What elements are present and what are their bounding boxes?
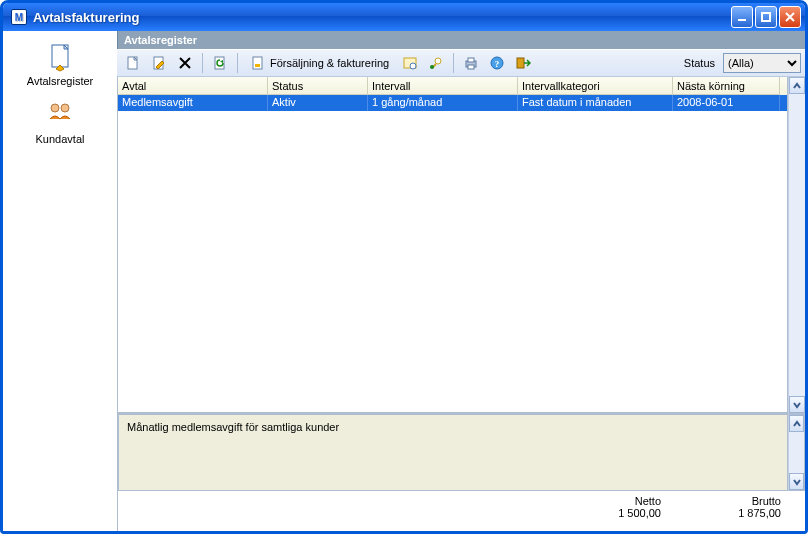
cell-intervallkategori: Fast datum i månaden	[518, 95, 673, 111]
toolbar-separator	[237, 53, 238, 73]
toolbar-separator	[202, 53, 203, 73]
delete-icon	[177, 55, 193, 71]
sidebar-item-kundavtal[interactable]: Kundavtal	[32, 95, 89, 149]
maximize-button[interactable]	[755, 6, 777, 28]
scroll-up-button[interactable]	[789, 415, 804, 432]
svg-point-14	[435, 58, 441, 64]
netto-column: Netto 1 500,00	[541, 495, 661, 527]
netto-label: Netto	[541, 495, 661, 507]
column-intervall[interactable]: Intervall	[368, 77, 518, 95]
help-icon: ?	[489, 55, 505, 71]
brutto-value: 1 875,00	[661, 507, 781, 519]
window-title: Avtalsfakturering	[31, 10, 731, 25]
cell-status: Aktiv	[268, 95, 368, 111]
brutto-label: Brutto	[661, 495, 781, 507]
delete-button[interactable]	[173, 52, 197, 74]
svg-point-4	[61, 104, 69, 112]
description-scrollbar[interactable]	[788, 413, 805, 491]
sales-invoicing-button[interactable]: Försäljning & fakturering	[243, 52, 396, 74]
print-button[interactable]	[459, 52, 483, 74]
scroll-down-button[interactable]	[789, 396, 805, 413]
find-button[interactable]	[424, 52, 448, 74]
edit-icon	[151, 55, 167, 71]
document-icon	[250, 55, 266, 71]
description-box: Månatlig medlemsavgift för samtliga kund…	[118, 413, 788, 491]
table-scrollbar[interactable]	[788, 77, 805, 413]
sidebar: Avtalsregister Kundavtal	[3, 31, 117, 531]
scroll-up-button[interactable]	[789, 77, 805, 94]
description-area: Månatlig medlemsavgift för samtliga kund…	[117, 413, 805, 491]
client-area: Avtalsregister Kundavtal Avtalsregister	[3, 31, 805, 531]
cell-avtal: Medlemsavgift	[118, 95, 268, 111]
exit-icon	[515, 55, 531, 71]
svg-rect-11	[255, 64, 260, 67]
table-body: Medlemsavgift Aktiv 1 gång/månad Fast da…	[118, 95, 787, 412]
status-label: Status	[684, 57, 715, 69]
main-panel: Avtalsregister Försäl	[117, 31, 805, 531]
toolbar-separator	[453, 53, 454, 73]
new-icon	[125, 55, 141, 71]
edit-button[interactable]	[147, 52, 171, 74]
table-header: Avtal Status Intervall Intervallkategori…	[118, 77, 787, 95]
titlebar: M Avtalsfakturering	[3, 3, 805, 31]
scroll-down-button[interactable]	[789, 473, 804, 490]
table-area: Avtal Status Intervall Intervallkategori…	[117, 77, 805, 413]
print-icon	[463, 55, 479, 71]
sidebar-item-label: Kundavtal	[36, 133, 85, 145]
refresh-button[interactable]	[208, 52, 232, 74]
svg-rect-21	[517, 58, 524, 68]
panel-title: Avtalsregister	[117, 31, 805, 49]
sales-invoicing-label: Försäljning & fakturering	[270, 57, 389, 69]
avtalsregister-icon	[44, 41, 76, 73]
svg-rect-10	[253, 57, 262, 69]
app-icon: M	[11, 9, 27, 25]
window-controls	[731, 6, 801, 28]
sidebar-item-label: Avtalsregister	[27, 75, 93, 87]
minimize-button[interactable]	[731, 6, 753, 28]
table-row[interactable]: Medlemsavgift Aktiv 1 gång/månad Fast da…	[118, 95, 787, 111]
netto-value: 1 500,00	[541, 507, 661, 519]
cell-nasta-korning: 2008-06-01	[673, 95, 780, 111]
column-status[interactable]: Status	[268, 77, 368, 95]
kundavtal-icon	[44, 99, 76, 131]
window: M Avtalsfakturering	[0, 0, 808, 534]
agreements-table: Avtal Status Intervall Intervallkategori…	[118, 77, 788, 413]
new-button[interactable]	[121, 52, 145, 74]
svg-text:?: ?	[495, 59, 500, 69]
status-select[interactable]: (Alla)	[723, 53, 801, 73]
totals-footer: Netto 1 500,00 Brutto 1 875,00	[117, 491, 805, 531]
brutto-column: Brutto 1 875,00	[661, 495, 781, 527]
svg-rect-0	[762, 13, 770, 21]
cell-intervall: 1 gång/månad	[368, 95, 518, 111]
refresh-icon	[212, 55, 228, 71]
exit-button[interactable]	[511, 52, 535, 74]
svg-rect-18	[468, 65, 474, 69]
toolbar: Försäljning & fakturering ?	[117, 49, 805, 77]
column-nasta-korning[interactable]: Nästa körning	[673, 77, 780, 95]
svg-point-13	[410, 63, 416, 69]
filter-button[interactable]	[398, 52, 422, 74]
filter-icon	[402, 55, 418, 71]
help-button[interactable]: ?	[485, 52, 509, 74]
sidebar-item-avtalsregister[interactable]: Avtalsregister	[23, 37, 97, 91]
svg-rect-17	[468, 58, 474, 62]
close-button[interactable]	[779, 6, 801, 28]
column-avtal[interactable]: Avtal	[118, 77, 268, 95]
svg-point-15	[430, 65, 434, 69]
svg-point-3	[51, 104, 59, 112]
find-icon	[428, 55, 444, 71]
column-intervallkategori[interactable]: Intervallkategori	[518, 77, 673, 95]
